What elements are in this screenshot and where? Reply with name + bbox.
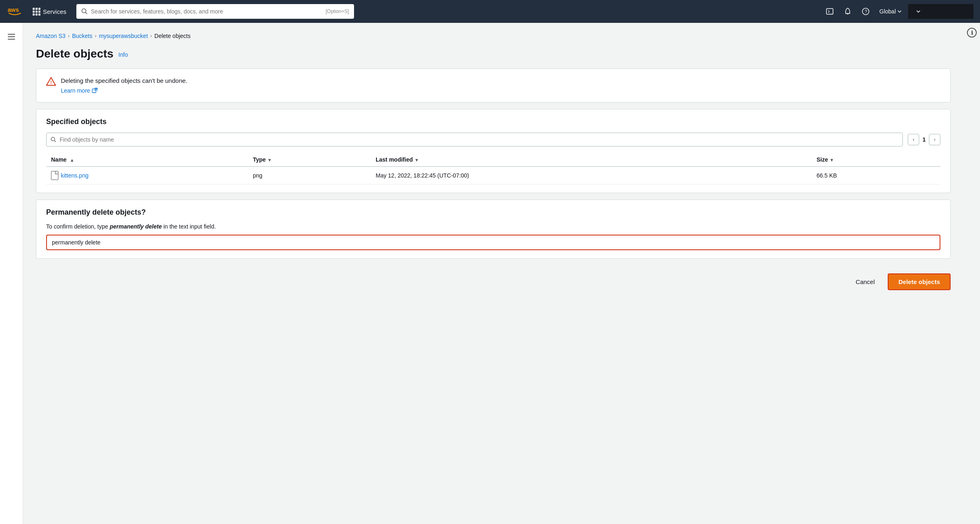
breadcrumb-amazon-s3[interactable]: Amazon S3	[36, 33, 65, 39]
specified-objects-title: Specified objects	[46, 118, 940, 126]
page-title-row: Delete objects Info	[36, 47, 951, 60]
perm-delete-title: Permanently delete objects?	[46, 208, 940, 217]
confirm-text: To confirm deletion, type permanently de…	[46, 223, 940, 230]
warning-text: Deleting the specified objects can't be …	[61, 77, 940, 94]
services-menu-button[interactable]: Services	[29, 6, 70, 17]
account-menu[interactable]	[908, 4, 973, 19]
footer-row: Cancel Delete objects	[36, 265, 951, 293]
confirm-keyword: permanently delete	[110, 223, 162, 230]
col-last-modified: Last modified ▼	[371, 153, 812, 167]
delete-objects-button[interactable]: Delete objects	[888, 273, 951, 290]
region-selector[interactable]: Global	[876, 7, 905, 16]
col-name: Name ▲	[46, 153, 248, 167]
objects-search-icon	[51, 137, 56, 142]
warning-triangle-icon: !	[46, 77, 56, 87]
pagination-row: ‹ 1 ›	[908, 134, 940, 145]
file-name: kittens.png	[61, 172, 89, 179]
size-sort-icon[interactable]: ▼	[830, 158, 834, 162]
objects-search-input[interactable]	[60, 136, 898, 143]
confirm-text-after: in the text input field.	[162, 223, 216, 230]
global-label: Global	[880, 8, 896, 15]
breadcrumb-sep-3: ›	[150, 33, 152, 39]
file-name-cell: kittens.png	[46, 167, 248, 184]
search-row: ‹ 1 ›	[46, 133, 940, 147]
global-search-input[interactable]	[91, 8, 323, 15]
type-sort-icon[interactable]: ▼	[267, 158, 272, 162]
bell-icon-button[interactable]	[840, 4, 855, 19]
account-chevron-icon	[916, 10, 920, 13]
col-size: Size ▼	[812, 153, 940, 167]
permanently-delete-card: Permanently delete objects? To confirm d…	[36, 200, 951, 259]
svg-text:?: ?	[864, 9, 867, 14]
nav-icons: ❯_ ? Global	[822, 4, 973, 19]
table-row: kittens.png png May 12, 2022, 18:22:45 (…	[46, 167, 940, 184]
external-link-icon	[92, 88, 98, 93]
confirm-input[interactable]	[46, 235, 940, 250]
confirm-text-before: To confirm deletion, type	[46, 223, 110, 230]
breadcrumb-buckets[interactable]: Buckets	[72, 33, 92, 39]
file-doc-icon	[51, 171, 58, 180]
objects-search-bar[interactable]	[46, 133, 903, 147]
file-type-cell: png	[248, 167, 371, 184]
objects-table: Name ▲ Type ▼ Last modified ▼ Size	[46, 153, 940, 184]
learn-more-link[interactable]: Learn more	[61, 87, 98, 94]
global-search-bar[interactable]: [Option+S]	[76, 4, 354, 19]
file-size-cell: 66.5 KB	[812, 167, 940, 184]
grid-icon	[33, 8, 40, 16]
learn-more-label: Learn more	[61, 87, 90, 94]
file-modified-cell: May 12, 2022, 18:22:45 (UTC-07:00)	[371, 167, 812, 184]
chevron-down-icon	[898, 10, 902, 13]
svg-rect-8	[92, 89, 96, 93]
warning-box: ! Deleting the specified objects can't b…	[36, 69, 951, 102]
page-title: Delete objects	[36, 47, 114, 60]
svg-line-11	[54, 140, 56, 142]
services-label: Services	[43, 8, 67, 15]
help-icon-button[interactable]: ?	[858, 4, 873, 19]
warning-message: Deleting the specified objects can't be …	[61, 77, 940, 84]
specified-objects-card: Specified objects ‹ 1 ›	[36, 109, 951, 193]
last-modified-sort-icon[interactable]: ▼	[414, 158, 419, 162]
svg-text:!: !	[51, 80, 52, 85]
next-page-button[interactable]: ›	[929, 134, 940, 145]
search-shortcut: [Option+S]	[325, 9, 349, 14]
svg-text:aws: aws	[8, 7, 19, 13]
svg-text:❯_: ❯_	[828, 9, 832, 13]
sidebar-menu-button[interactable]	[4, 29, 19, 44]
hamburger-icon	[8, 34, 15, 40]
breadcrumb-bucket-name[interactable]: mysuperawsbucket	[99, 33, 148, 39]
cancel-button[interactable]: Cancel	[849, 275, 882, 289]
file-link[interactable]: kittens.png	[51, 171, 243, 180]
breadcrumb-sep-2: ›	[95, 33, 96, 39]
col-type: Type ▼	[248, 153, 371, 167]
aws-logo[interactable]: aws	[7, 3, 23, 20]
sidebar-toggle	[0, 23, 23, 524]
name-sort-icon[interactable]: ▲	[70, 158, 74, 162]
info-link[interactable]: Info	[118, 51, 128, 58]
page-number: 1	[922, 136, 926, 143]
top-navigation: aws Services [Option+S] ❯_	[0, 0, 980, 23]
breadcrumb: Amazon S3 › Buckets › mysuperawsbucket ›…	[36, 33, 951, 39]
terminal-icon-button[interactable]: ❯_	[822, 4, 837, 19]
main-content: Amazon S3 › Buckets › mysuperawsbucket ›…	[23, 23, 964, 524]
svg-line-2	[85, 13, 87, 14]
right-info-panel: ℹ	[964, 23, 980, 524]
prev-page-button[interactable]: ‹	[908, 134, 919, 145]
right-info-button[interactable]: ℹ	[967, 28, 977, 38]
search-icon	[81, 8, 88, 15]
breadcrumb-current: Delete objects	[154, 33, 191, 39]
breadcrumb-sep-1: ›	[68, 33, 69, 39]
info-link-label: Info	[118, 51, 128, 58]
